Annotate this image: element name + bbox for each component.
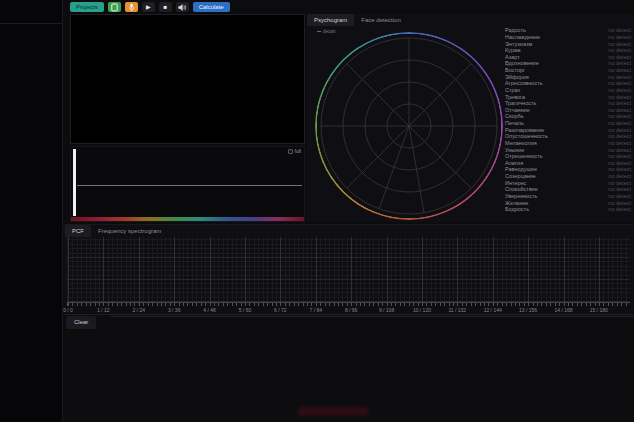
- emotion-row: Апатия no detect: [505, 160, 631, 167]
- emotion-label: Уныние: [505, 147, 524, 153]
- axis-tick-label: 0 / 0: [50, 306, 85, 314]
- emotion-label: Уверенность: [505, 193, 538, 199]
- hue-wheel-ring: [315, 32, 503, 220]
- axis-tick-label: 8 / 96: [333, 306, 368, 314]
- emotion-label: Эйфория: [505, 74, 529, 80]
- emotion-label: Азарт: [505, 54, 520, 60]
- full-checkbox-label: full: [295, 148, 301, 154]
- volume-button[interactable]: [176, 2, 189, 12]
- waveform-panel[interactable]: full: [70, 146, 305, 222]
- axis-tick-label: 1 / 12: [86, 306, 121, 314]
- axis-tick-label: 2 / 24: [121, 306, 156, 314]
- tab-pcf[interactable]: PCF: [65, 225, 91, 237]
- emotion-label: Радость: [505, 27, 526, 33]
- axis-tick-label: 10 / 120: [404, 306, 439, 314]
- emotion-row: Агрессивность no detect: [505, 80, 631, 87]
- emotion-row: Вдохновение no detect: [505, 60, 631, 67]
- speaker-icon: [177, 3, 187, 12]
- emotion-value: no detect: [608, 113, 631, 119]
- watermark: [298, 407, 368, 416]
- emotion-row: Созерцание no detect: [505, 173, 631, 180]
- emotion-value: no detect: [608, 186, 631, 192]
- emotion-row: Меланхолия no detect: [505, 140, 631, 147]
- emotion-value: no detect: [608, 200, 631, 206]
- projects-button[interactable]: Projects: [70, 2, 104, 12]
- axis-tick-label: 11 / 132: [440, 306, 475, 314]
- spectral-color-strip: [71, 217, 304, 221]
- emotion-value: no detect: [608, 27, 631, 33]
- emotion-row: Трагичность no detect: [505, 100, 631, 107]
- emotion-row: Интерес no detect: [505, 179, 631, 186]
- emotion-row: Отрешенность no detect: [505, 153, 631, 160]
- emotion-row: Печаль no detect: [505, 120, 631, 127]
- sidebar: [0, 0, 63, 422]
- emotion-row: Наслаждение no detect: [505, 34, 631, 41]
- axis-tick-label: 14 / 168: [546, 306, 581, 314]
- emotion-label: Печаль: [505, 120, 524, 126]
- tab-face-detection[interactable]: Face detection: [354, 14, 407, 26]
- calculate-button[interactable]: Calculate: [193, 2, 230, 12]
- emotion-row: Страх no detect: [505, 87, 631, 94]
- axis-tick-label: 3 / 36: [156, 306, 191, 314]
- emotion-label: Равнодушие: [505, 166, 537, 172]
- emotion-label: Спокойствие: [505, 186, 538, 192]
- clear-button[interactable]: Clear: [66, 316, 96, 329]
- emotion-row: Уверенность no detect: [505, 193, 631, 200]
- emotion-list: Радость no detect Наслаждение no detect …: [505, 27, 631, 213]
- spectrogram-panel: PCF Frequency spectrogram 0 / 0 1 / 12 2…: [63, 224, 634, 313]
- full-checkbox[interactable]: full: [288, 148, 301, 154]
- axis-tick-label: 4 / 48: [192, 306, 227, 314]
- emotion-value: no detect: [608, 173, 631, 179]
- clear-bar: Clear: [63, 314, 634, 329]
- emotion-label: Меланхолия: [505, 140, 537, 146]
- emotion-value: no detect: [608, 140, 631, 146]
- emotion-row: Скорбь no detect: [505, 113, 631, 120]
- emotion-label: Тревога: [505, 94, 525, 100]
- waveform-zero-line: [77, 185, 302, 186]
- emotion-value: no detect: [608, 94, 631, 100]
- emotion-label: Энтузиазм: [505, 41, 532, 47]
- emotion-label: Наслаждение: [505, 34, 540, 40]
- emotion-value: no detect: [608, 206, 631, 212]
- emotion-value: no detect: [608, 166, 631, 172]
- play-button[interactable]: ▶: [142, 2, 155, 12]
- tab-frequency-spectrogram[interactable]: Frequency spectrogram: [91, 225, 168, 237]
- emotion-row: Энтузиазм no detect: [505, 40, 631, 47]
- tab-psychogram[interactable]: Psychogram: [307, 14, 354, 26]
- emotion-label: Страх: [505, 87, 520, 93]
- axis-tick-label: 6 / 72: [263, 306, 298, 314]
- playhead[interactable]: [73, 149, 76, 216]
- emotion-label: Апатия: [505, 160, 523, 166]
- record-button[interactable]: [125, 2, 138, 12]
- bottom-tabbar: PCF Frequency spectrogram: [63, 225, 634, 237]
- emotion-label: Интерес: [505, 180, 526, 186]
- stop-button[interactable]: ■: [159, 2, 172, 12]
- emotion-row: Восторг no detect: [505, 67, 631, 74]
- emotion-label: Скорбь: [505, 113, 524, 119]
- emotion-row: Тревога no detect: [505, 93, 631, 100]
- axis-tick-label: 9 / 108: [369, 306, 404, 314]
- emotion-value: no detect: [608, 54, 631, 60]
- axis-tick-label: 15 / 180: [581, 306, 616, 314]
- play-icon: ▶: [146, 2, 151, 12]
- psychogram-panel: Psychogram Face detection decart: [307, 14, 634, 222]
- emotion-value: no detect: [608, 41, 631, 47]
- axis-tick-label: 12 / 144: [475, 306, 510, 314]
- spectrogram-grid: [67, 237, 630, 303]
- emotion-row: Эйфория no detect: [505, 73, 631, 80]
- emotion-row: Опустошенность no detect: [505, 133, 631, 140]
- emotion-label: Восторг: [505, 67, 525, 73]
- emotion-row: Уныние no detect: [505, 146, 631, 153]
- emotion-row: Желание no detect: [505, 199, 631, 206]
- emotion-radar-chart: [315, 32, 503, 220]
- microphone-icon: [127, 3, 136, 12]
- emotion-label: Агрессивность: [505, 80, 543, 86]
- open-file-button[interactable]: [108, 2, 121, 12]
- emotion-value: no detect: [608, 80, 631, 86]
- emotion-value: no detect: [608, 60, 631, 66]
- emotion-value: no detect: [608, 87, 631, 93]
- emotion-value: no detect: [608, 34, 631, 40]
- emotion-value: no detect: [608, 120, 631, 126]
- axis-tick-label: 5 / 60: [227, 306, 262, 314]
- emotion-row: Равнодушие no detect: [505, 166, 631, 173]
